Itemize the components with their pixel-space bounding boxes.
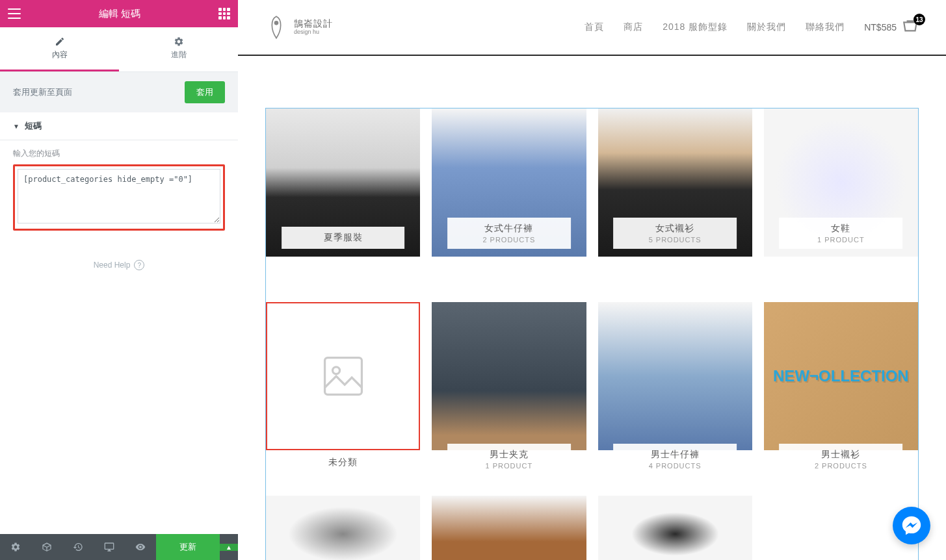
preview-area: 鵠崙設計 design hu 首頁 商店 2018 服飾型錄 關於我們 聯絡我們… — [238, 0, 946, 560]
need-help-link[interactable]: Need Help ? — [13, 260, 225, 270]
update-button[interactable]: 更新 — [156, 534, 220, 560]
category-card-uncategorized[interactable]: 未分類 — [266, 302, 420, 450]
panel-title: 編輯 短碼 — [99, 8, 140, 20]
svg-point-2 — [332, 366, 339, 374]
history-icon[interactable] — [62, 534, 94, 560]
logo-icon — [265, 14, 287, 40]
apply-button[interactable]: 套用 — [185, 81, 225, 103]
site-nav: 首頁 商店 2018 服飾型錄 關於我們 聯絡我們 NT$585 13 — [585, 20, 919, 34]
apply-bar: 套用更新至頁面 套用 — [0, 72, 238, 112]
widgets-grid-icon[interactable] — [218, 8, 230, 19]
cart-widget[interactable]: NT$585 13 — [864, 20, 919, 34]
help-icon: ? — [134, 260, 144, 270]
shortcode-input[interactable] — [18, 169, 220, 223]
shortcode-field-label: 輸入您的短碼 — [13, 148, 225, 159]
tab-advanced[interactable]: 進階 — [119, 27, 238, 71]
hamburger-icon[interactable] — [8, 7, 21, 20]
sidebar-content: 輸入您的短碼 Need Help ? — [0, 140, 238, 534]
tab-content[interactable]: 內容 — [0, 27, 119, 71]
preview-icon[interactable] — [125, 534, 156, 560]
editor-sidebar: 編輯 短碼 內容 進階 套用更新至頁面 套用 ▼ 短碼 — [0, 0, 238, 560]
update-options-caret[interactable]: ▲ — [220, 544, 238, 551]
category-image — [764, 302, 918, 450]
svg-point-0 — [275, 21, 278, 25]
sidebar-footer: 更新 ▲ — [0, 534, 238, 560]
category-image — [598, 302, 752, 450]
navigator-icon[interactable] — [31, 534, 62, 560]
sidebar-tabs: 內容 進階 — [0, 27, 238, 72]
svg-rect-1 — [324, 357, 361, 394]
category-card[interactable] — [266, 496, 420, 561]
nav-catalog[interactable]: 2018 服飾型錄 — [663, 21, 728, 33]
caret-down-icon: ▼ — [13, 123, 20, 130]
category-card[interactable]: 男士牛仔褲4 PRODUCTS — [598, 302, 752, 450]
messenger-chat-icon[interactable] — [893, 507, 930, 544]
product-categories-grid: 夏季服裝 女式牛仔褲2 PRODUCTS 女式襯衫5 PRODUCTS 女鞋1 … — [265, 108, 919, 560]
apply-label: 套用更新至頁面 — [13, 86, 72, 98]
category-card[interactable]: 女鞋1 PRODUCT — [764, 108, 918, 257]
nav-about[interactable]: 關於我們 — [747, 21, 786, 33]
nav-contact[interactable]: 聯絡我們 — [806, 21, 845, 33]
category-card[interactable]: 女式襯衫5 PRODUCTS — [598, 108, 752, 257]
category-card[interactable]: 夏季服裝 — [266, 108, 420, 257]
nav-home[interactable]: 首頁 — [585, 21, 604, 33]
shortcode-section-header[interactable]: ▼ 短碼 — [0, 112, 238, 140]
image-placeholder-icon — [321, 353, 366, 399]
settings-icon[interactable] — [0, 534, 31, 560]
cart-icon: 13 — [902, 20, 919, 34]
cart-price: NT$585 — [864, 22, 897, 32]
category-image — [266, 496, 420, 561]
category-image — [432, 496, 586, 561]
shortcode-highlight-box — [13, 164, 225, 231]
category-card[interactable] — [598, 496, 752, 561]
responsive-icon[interactable] — [94, 534, 125, 560]
cart-badge: 13 — [913, 14, 925, 25]
category-card[interactable] — [432, 496, 586, 561]
category-card[interactable]: 男士夹克1 PRODUCT — [432, 302, 586, 450]
category-image — [432, 302, 586, 450]
category-card[interactable]: 男士襯衫2 PRODUCTS — [764, 302, 918, 450]
category-image — [598, 496, 752, 561]
sidebar-header: 編輯 短碼 — [0, 0, 238, 27]
category-card[interactable]: 女式牛仔褲2 PRODUCTS — [432, 108, 586, 257]
nav-shop[interactable]: 商店 — [624, 21, 643, 33]
site-header: 鵠崙設計 design hu 首頁 商店 2018 服飾型錄 關於我們 聯絡我們… — [238, 0, 946, 56]
site-logo[interactable]: 鵠崙設計 design hu — [265, 14, 333, 40]
